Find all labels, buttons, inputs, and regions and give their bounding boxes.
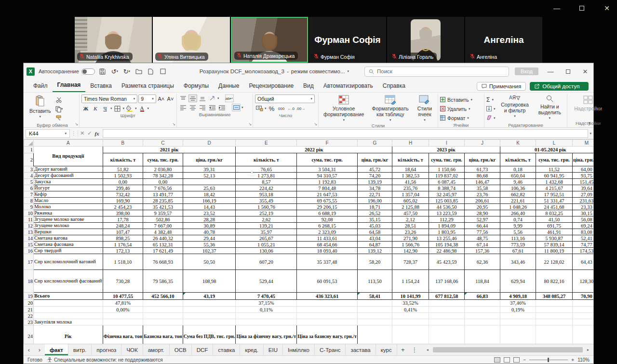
number-format-combo[interactable]: Общий▾ (255, 94, 315, 103)
cell[interactable]: сума, тис. грн. (297, 153, 358, 166)
cell[interactable]: Молоко (34, 204, 103, 210)
align-top-icon[interactable] (179, 94, 188, 102)
cell[interactable]: 50,50 (183, 254, 236, 270)
cell[interactable]: 2 323,09 (297, 229, 358, 235)
cell[interactable]: 108,98 (183, 270, 236, 293)
increase-decimal-icon[interactable]: ←.0 (287, 105, 295, 112)
cell[interactable]: 35 337,48 (297, 254, 358, 270)
cell[interactable]: 605,02 (392, 198, 429, 204)
underline-icon[interactable]: Ч (101, 105, 109, 112)
cell[interactable] (297, 307, 358, 313)
cell[interactable]: 265,67 (236, 235, 297, 242)
cell[interactable] (358, 307, 392, 313)
cell[interactable]: 28 235,85 (143, 198, 183, 204)
cell[interactable]: 68 454,66 (297, 242, 358, 248)
row-header[interactable]: 3 (24, 166, 34, 173)
cell[interactable] (143, 313, 183, 319)
search-input[interactable]: Поиск (364, 67, 509, 77)
cell[interactable]: 172,13 (103, 248, 143, 254)
cell[interactable]: 157,36 (465, 248, 500, 254)
cell[interactable]: 64,58 (358, 229, 392, 235)
cell[interactable]: 139,19 (358, 179, 392, 185)
excel-minimize-icon[interactable]: — (545, 68, 556, 75)
row-header[interactable]: 22 (24, 313, 34, 319)
cell[interactable] (465, 313, 500, 319)
cell[interactable]: 355,49 (236, 198, 297, 204)
cell[interactable] (429, 319, 465, 325)
cell[interactable]: 4 382,48 (143, 229, 183, 235)
cell[interactable]: 5 930,87 (536, 235, 573, 242)
cell[interactable]: 106,36 (500, 185, 536, 191)
cell[interactable]: 18,71 (358, 204, 392, 210)
cell[interactable]: Вид продукції (34, 147, 103, 166)
cell[interactable]: 7 667,00 (143, 223, 183, 229)
column-header-E[interactable]: E (236, 140, 297, 147)
fill-color-icon[interactable] (125, 105, 134, 112)
cell[interactable]: 732,42 (103, 191, 143, 198)
ribbon-tab-вставка[interactable]: Вставка (85, 81, 117, 92)
save-icon[interactable] (99, 67, 107, 75)
cell[interactable]: Рік (34, 325, 103, 344)
cell[interactable] (183, 307, 236, 313)
cell[interactable]: 502,86 (143, 216, 183, 223)
cell[interactable]: 691,75 (536, 223, 573, 229)
horizontal-scrollbar[interactable]: ◂ ▸ (424, 346, 591, 353)
column-header-M[interactable]: M (573, 140, 594, 147)
increase-indent-icon[interactable] (217, 104, 226, 111)
cell[interactable]: 105 194,38 (429, 242, 465, 248)
cell[interactable]: 1 560,76 (236, 204, 297, 210)
cell[interactable] (465, 300, 500, 307)
align-middle-icon[interactable] (188, 94, 197, 102)
minimize-icon[interactable]: — (550, 3, 563, 13)
cell[interactable]: 41,50 (536, 216, 573, 223)
alignment-dialog-launcher-icon[interactable]: ↘ (248, 122, 252, 126)
cell[interactable]: 6 087,45 (429, 179, 465, 185)
row-header[interactable]: 21 (24, 307, 34, 313)
cell[interactable]: Сметана фасована (34, 242, 103, 248)
cell[interactable]: 436 323,61 (297, 293, 358, 300)
horizontal-scroll-thumb[interactable] (433, 347, 583, 352)
cell[interactable]: 0,11% (236, 307, 297, 313)
cell-styles-button[interactable]: Стили ячеек▾ (414, 94, 436, 122)
cancel-entry-icon[interactable]: ✕ (80, 130, 84, 136)
font-size-combo[interactable]: 9▾ (138, 94, 156, 103)
scroll-left-icon[interactable]: ◂ (424, 346, 431, 353)
cell[interactable]: 128,30 (573, 270, 594, 293)
cell[interactable]: Йогурт (34, 185, 103, 191)
share-button[interactable]: Общий доступ▾ (530, 82, 589, 91)
open-icon[interactable] (135, 67, 143, 75)
cell[interactable]: 113,16 (500, 235, 536, 242)
cell[interactable]: 67,14 (465, 242, 500, 248)
cell[interactable]: 28,90 (465, 210, 500, 216)
cell[interactable] (34, 307, 103, 313)
cell[interactable]: 61,73 (465, 166, 500, 173)
cell[interactable]: 1 432,68 (536, 179, 573, 185)
cell[interactable] (465, 325, 500, 344)
column-header-A[interactable]: A (34, 140, 103, 147)
cell[interactable]: 529,44 (236, 270, 297, 293)
cell[interactable]: 196,00 (358, 198, 392, 204)
cell[interactable]: 33,52% (392, 300, 429, 307)
cell[interactable]: 1 357,04 (392, 191, 429, 198)
cell[interactable]: 730,28 (103, 270, 143, 293)
cell[interactable]: 76,65 (236, 166, 297, 173)
conditional-formatting-button[interactable]: Условное форматирование▾ (321, 94, 367, 122)
cell[interactable]: 1 518,10 (103, 254, 143, 270)
cell[interactable] (500, 325, 536, 344)
cell[interactable]: 64,43 (573, 254, 594, 270)
cell[interactable]: Ряженка (34, 210, 103, 216)
cell[interactable]: 18,64 (392, 166, 429, 173)
cell[interactable]: 457,50 (392, 210, 429, 216)
cell[interactable]: 2022 рік (236, 147, 392, 153)
row-header[interactable]: 23 (24, 319, 34, 325)
cell[interactable]: Сума без ПДВ, тис. грн. (183, 325, 236, 344)
italic-icon[interactable]: К (91, 105, 100, 112)
sheet-tab-прогноз[interactable]: прогноз (92, 344, 121, 355)
cell[interactable]: 93,75 (573, 173, 594, 179)
cell[interactable]: 2 454,23 (103, 204, 143, 210)
cell[interactable]: 23,33 (573, 204, 594, 210)
ribbon-tab-рецензирование[interactable]: Рецензирование (244, 81, 298, 92)
cell[interactable]: 107,47 (103, 229, 143, 235)
row-header[interactable]: 13 (24, 229, 34, 235)
cell[interactable]: 35,15 (358, 216, 392, 223)
